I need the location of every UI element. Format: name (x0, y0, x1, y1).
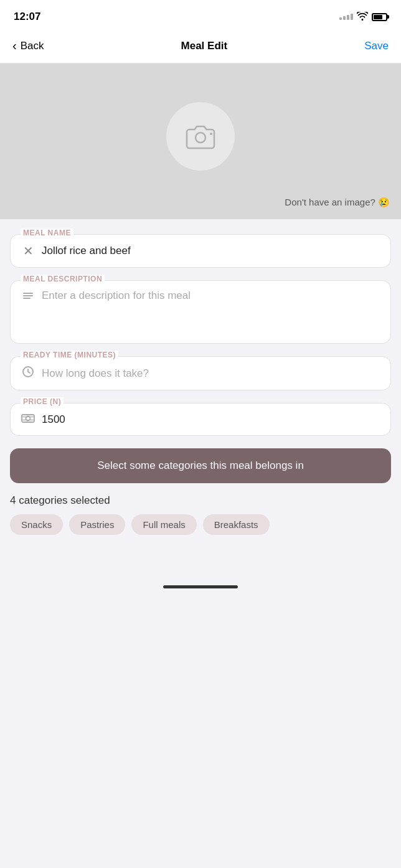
nav-bar: ‹ Back Meal Edit Save (0, 31, 401, 64)
home-indicator-area (0, 545, 401, 595)
svg-rect-4 (23, 298, 31, 299)
status-bar: 12:07 (0, 0, 401, 31)
utensils-icon: ✕ (21, 243, 35, 258)
image-upload-area[interactable]: Don't have an image? 😢 (0, 64, 401, 219)
battery-icon (372, 13, 387, 21)
page-title: Meal Edit (181, 40, 228, 52)
meal-name-input[interactable] (42, 245, 380, 257)
ready-time-field-wrapper: READY TIME (minutes) (10, 356, 391, 390)
meal-name-group: MEAL NAME ✕ (10, 234, 391, 268)
money-icon (21, 412, 35, 427)
home-indicator (163, 585, 238, 588)
clock-icon (21, 366, 35, 381)
svg-point-0 (196, 133, 205, 143)
back-arrow-icon: ‹ (12, 39, 17, 53)
camera-placeholder (166, 102, 235, 171)
wifi-icon (357, 12, 368, 22)
price-group: PRICE (N) (10, 403, 391, 436)
meal-name-field-wrapper: MEAL NAME ✕ (10, 234, 391, 268)
price-inner (11, 403, 390, 435)
svg-rect-3 (23, 295, 33, 296)
save-button[interactable]: Save (364, 40, 389, 52)
meal-description-group: MEAL DESCRIPTION (10, 280, 391, 344)
signal-dots-icon (339, 14, 353, 20)
ready-time-group: READY TIME (minutes) (10, 356, 391, 390)
no-image-hint: Don't have an image? 😢 (285, 197, 390, 208)
chip-breakfasts[interactable]: Breakfasts (203, 514, 270, 535)
categories-count: 4 categories selected (10, 494, 391, 507)
svg-rect-2 (23, 293, 33, 294)
form-area: MEAL NAME ✕ MEAL DESCRIPTION (0, 219, 401, 545)
meal-name-inner: ✕ (11, 235, 390, 267)
meal-description-input[interactable] (42, 290, 380, 333)
meal-description-inner (11, 281, 390, 343)
meal-description-label: MEAL DESCRIPTION (21, 275, 105, 283)
status-time: 12:07 (14, 11, 40, 23)
select-categories-button[interactable]: Select some categories this meal belongs… (10, 448, 391, 483)
description-icon (21, 291, 35, 306)
meal-description-field-wrapper: MEAL DESCRIPTION (10, 280, 391, 344)
chip-full-meals[interactable]: Full meals (131, 514, 196, 535)
chip-snacks[interactable]: Snacks (10, 514, 63, 535)
status-icons (339, 12, 387, 22)
categories-chips: Snacks Pastries Full meals Breakfasts (10, 514, 391, 535)
ready-time-label: READY TIME (minutes) (21, 351, 118, 359)
chip-pastries[interactable]: Pastries (69, 514, 125, 535)
ready-time-inner (11, 357, 390, 390)
price-label: PRICE (N) (21, 397, 64, 406)
back-label: Back (21, 40, 44, 52)
price-field-wrapper: PRICE (N) (10, 403, 391, 436)
meal-name-label: MEAL NAME (21, 229, 73, 237)
categories-section: 4 categories selected Snacks Pastries Fu… (10, 494, 391, 545)
svg-point-1 (210, 133, 212, 135)
back-button[interactable]: ‹ Back (12, 39, 44, 53)
ready-time-input[interactable] (42, 367, 380, 380)
price-input[interactable] (42, 413, 380, 426)
camera-icon (184, 123, 217, 150)
